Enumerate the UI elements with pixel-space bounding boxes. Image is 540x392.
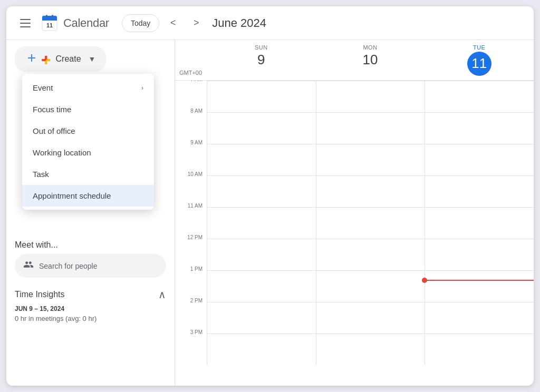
time-slot-row0-col2[interactable] bbox=[425, 81, 534, 112]
dropdown-item-task[interactable]: Task bbox=[22, 163, 154, 185]
time-label-6: 1 PM bbox=[175, 266, 207, 298]
google-calendar-logo: 11 bbox=[40, 14, 59, 33]
svg-rect-4 bbox=[46, 15, 47, 18]
time-grid-scroll[interactable]: 7 AM8 AM9 AM10 AM11 AM12 PM1 PM2 PM3 PM bbox=[175, 81, 534, 386]
search-people-button[interactable]: Search for people bbox=[15, 254, 166, 278]
dropdown-item-event[interactable]: Event › bbox=[22, 77, 154, 99]
app-container: 11 Calendar Today < > June 2024 ✚ bbox=[6, 6, 534, 386]
time-slot-row4-col2[interactable] bbox=[425, 207, 534, 239]
people-icon bbox=[23, 259, 34, 272]
day-name-sun: SUN bbox=[255, 44, 268, 51]
create-dropdown-menu: Event › Focus time Out of office Working… bbox=[22, 74, 154, 210]
create-label: Create bbox=[56, 54, 81, 64]
sidebar: ✚ Create ▼ Event › Focus time Out of off… bbox=[6, 40, 175, 386]
day-header-mon: MON 10 bbox=[316, 44, 425, 80]
time-slot-row0-col1[interactable] bbox=[316, 81, 425, 112]
time-slot-row1-col2[interactable] bbox=[425, 112, 534, 144]
dropdown-item-event-label: Event bbox=[33, 83, 53, 92]
dropdown-item-task-label: Task bbox=[33, 170, 49, 179]
day-header-sun: SUN 9 bbox=[207, 44, 316, 80]
gmt-label: GMT+00 bbox=[175, 67, 207, 80]
day-number-sun: 9 bbox=[257, 52, 265, 68]
day-headers: GMT+00 SUN 9 MON 10 TUE 11 bbox=[175, 40, 534, 81]
time-slot-row3-col0[interactable] bbox=[207, 175, 316, 207]
day-number-tue: 11 bbox=[467, 52, 491, 76]
time-grid: 7 AM8 AM9 AM10 AM11 AM12 PM1 PM2 PM3 PM bbox=[175, 81, 534, 365]
dropdown-item-out-of-office-label: Out of office bbox=[33, 126, 75, 135]
calendar-area: GMT+00 SUN 9 MON 10 TUE 11 7 AM8 AM9 bbox=[175, 40, 534, 386]
app-title: Calendar bbox=[63, 16, 109, 30]
time-slot-row6-col0[interactable] bbox=[207, 270, 316, 302]
time-label-1: 8 AM bbox=[175, 108, 207, 140]
current-period: June 2024 bbox=[212, 16, 266, 30]
time-slot-row0-col0[interactable] bbox=[207, 81, 316, 112]
time-label-3: 10 AM bbox=[175, 171, 207, 203]
next-button[interactable]: > bbox=[187, 14, 206, 33]
body-layout: ✚ Create ▼ Event › Focus time Out of off… bbox=[6, 40, 534, 386]
today-button[interactable]: Today bbox=[122, 14, 159, 32]
time-slot-row2-col2[interactable] bbox=[425, 144, 534, 175]
time-slot-row6-col2[interactable] bbox=[425, 270, 534, 302]
time-label-0: 7 AM bbox=[175, 81, 207, 108]
create-chevron: ▼ bbox=[89, 55, 96, 63]
time-slot-row7-col0[interactable] bbox=[207, 302, 316, 334]
meet-with-section: Meet with... Search for people bbox=[15, 240, 166, 278]
time-slot-row3-col1[interactable] bbox=[316, 175, 425, 207]
header: 11 Calendar Today < > June 2024 bbox=[6, 6, 534, 40]
meet-with-title: Meet with... bbox=[15, 240, 166, 250]
svg-rect-5 bbox=[52, 15, 53, 18]
time-slot-row5-col0[interactable] bbox=[207, 239, 316, 270]
time-slot-row2-col1[interactable] bbox=[316, 144, 425, 175]
dropdown-arrow-event: › bbox=[141, 84, 143, 92]
time-slot-row2-col0[interactable] bbox=[207, 144, 316, 175]
time-slot-row6-col1[interactable] bbox=[316, 270, 425, 302]
time-insights-section: Time Insights ∧ JUN 9 – 15, 2024 0 hr in… bbox=[15, 288, 166, 322]
day-number-mon: 10 bbox=[363, 52, 378, 68]
time-insights-collapse-button[interactable]: ∧ bbox=[158, 288, 166, 301]
dropdown-item-appointment-schedule-label: Appointment schedule bbox=[33, 191, 111, 200]
time-insights-header: Time Insights ∧ bbox=[15, 288, 166, 301]
time-slot-row8-col1[interactable] bbox=[316, 334, 425, 365]
time-slot-row1-col1[interactable] bbox=[316, 112, 425, 144]
time-slot-row8-col0[interactable] bbox=[207, 334, 316, 365]
time-slot-row1-col0[interactable] bbox=[207, 112, 316, 144]
day-name-mon: MON bbox=[363, 44, 377, 51]
time-label-4: 11 AM bbox=[175, 203, 207, 234]
time-insights-range: JUN 9 – 15, 2024 bbox=[15, 305, 166, 312]
time-slot-row4-col0[interactable] bbox=[207, 207, 316, 239]
day-header-tue: TUE 11 bbox=[425, 44, 534, 80]
time-label-2: 9 AM bbox=[175, 140, 207, 171]
time-slot-row5-col2[interactable] bbox=[425, 239, 534, 270]
time-slot-row8-col2[interactable] bbox=[425, 334, 534, 365]
search-people-label: Search for people bbox=[39, 262, 98, 270]
time-slot-row7-col1[interactable] bbox=[316, 302, 425, 334]
day-name-tue: TUE bbox=[473, 44, 486, 51]
time-slot-row5-col1[interactable] bbox=[316, 239, 425, 270]
time-slot-row7-col2[interactable] bbox=[425, 302, 534, 334]
dropdown-item-working-location-label: Working location bbox=[33, 148, 91, 157]
time-label-8: 3 PM bbox=[175, 329, 207, 361]
time-insights-title: Time Insights bbox=[15, 290, 65, 299]
svg-text:11: 11 bbox=[46, 22, 53, 28]
time-slot-row3-col2[interactable] bbox=[425, 175, 534, 207]
create-button[interactable]: ✚ Create ▼ bbox=[15, 46, 106, 72]
dropdown-item-focus-time[interactable]: Focus time bbox=[22, 99, 154, 120]
dropdown-item-working-location[interactable]: Working location bbox=[22, 142, 154, 163]
prev-button[interactable]: < bbox=[163, 14, 182, 33]
hamburger-button[interactable] bbox=[15, 13, 36, 34]
plus-icon: ✚ bbox=[25, 52, 51, 66]
dropdown-item-out-of-office[interactable]: Out of office bbox=[22, 120, 154, 142]
time-slot-row4-col1[interactable] bbox=[316, 207, 425, 239]
time-label-5: 12 PM bbox=[175, 234, 207, 266]
svg-rect-2 bbox=[42, 19, 57, 21]
dropdown-item-appointment-schedule[interactable]: Appointment schedule bbox=[22, 185, 154, 207]
dropdown-item-focus-time-label: Focus time bbox=[33, 105, 71, 114]
time-label-7: 2 PM bbox=[175, 298, 207, 329]
time-insights-stats: 0 hr in meetings (avg: 0 hr) bbox=[15, 315, 166, 322]
